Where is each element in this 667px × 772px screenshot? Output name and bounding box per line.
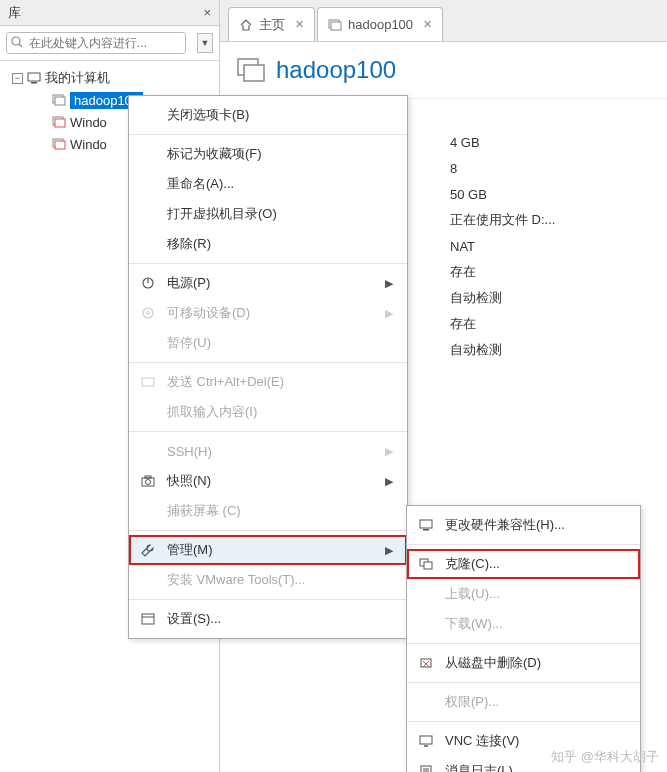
vnc-icon xyxy=(417,735,435,747)
svg-rect-11 xyxy=(331,22,341,30)
detail-exists: 存在 xyxy=(450,259,667,285)
log-icon xyxy=(417,765,435,772)
chevron-right-icon: ▶ xyxy=(385,544,393,557)
menu-send-cad: 发送 Ctrl+Alt+Del(E) xyxy=(129,367,407,397)
menu-snapshot[interactable]: 快照(N)▶ xyxy=(129,466,407,496)
svg-rect-28 xyxy=(421,659,431,667)
detail-autodetect: 自动检测 xyxy=(450,337,667,363)
menu-grab-input: 抓取输入内容(I) xyxy=(129,397,407,427)
svg-rect-7 xyxy=(55,119,65,127)
svg-point-16 xyxy=(143,308,153,318)
svg-rect-24 xyxy=(420,520,432,528)
tab-vm[interactable]: hadoop100 ✕ xyxy=(317,7,443,41)
close-icon[interactable]: × xyxy=(203,5,211,20)
svg-rect-25 xyxy=(423,529,429,531)
submenu-hw-compat[interactable]: 更改硬件兼容性(H)... xyxy=(407,510,640,540)
detail-network: NAT xyxy=(450,233,667,259)
menu-rename[interactable]: 重命名(A)... xyxy=(129,169,407,199)
disc-icon xyxy=(139,306,157,320)
wrench-icon xyxy=(139,543,157,557)
vm-title: hadoop100 xyxy=(276,56,396,84)
home-icon xyxy=(239,18,253,32)
search-icon xyxy=(11,36,23,48)
vm-icon xyxy=(52,115,66,129)
svg-line-1 xyxy=(19,44,22,47)
tab-home[interactable]: 主页 ✕ xyxy=(228,7,315,41)
delete-icon xyxy=(417,657,435,669)
svg-rect-31 xyxy=(420,736,432,744)
menu-removable: 可移动设备(D)▶ xyxy=(129,298,407,328)
detail-memory: 4 GB xyxy=(450,129,667,155)
vm-icon xyxy=(328,19,342,31)
detail-disk: 50 GB xyxy=(450,181,667,207)
sidebar-title: 库 xyxy=(8,4,21,22)
computer-icon xyxy=(27,71,41,85)
menu-manage[interactable]: 管理(M)▶ xyxy=(129,535,407,565)
vm-context-menu: 关闭选项卡(B) 标记为收藏项(F) 重命名(A)... 打开虚拟机目录(O) … xyxy=(128,95,408,639)
svg-rect-21 xyxy=(145,476,151,478)
hardware-icon xyxy=(417,519,435,531)
detail-autodetect: 自动检测 xyxy=(450,285,667,311)
submenu-delete-disk[interactable]: 从磁盘中删除(D) xyxy=(407,648,640,678)
vm-icon xyxy=(52,137,66,151)
search-row: ▼ xyxy=(0,26,219,61)
menu-remove[interactable]: 移除(R) xyxy=(129,229,407,259)
menu-open-dir[interactable]: 打开虚拟机目录(O) xyxy=(129,199,407,229)
svg-rect-22 xyxy=(142,614,154,624)
svg-point-17 xyxy=(147,312,150,315)
detail-using-file: 正在使用文件 D:... xyxy=(450,207,667,233)
submenu-upload: 上载(U)... xyxy=(407,579,640,609)
watermark: 知乎 @华科大胡子 xyxy=(551,748,659,766)
tree-root-label: 我的计算机 xyxy=(45,69,110,87)
tab-vm-label: hadoop100 xyxy=(348,17,413,32)
submenu-clone[interactable]: 克隆(C)... xyxy=(407,549,640,579)
vm-title-bar: hadoop100 xyxy=(220,42,667,99)
close-icon[interactable]: ✕ xyxy=(295,18,304,31)
svg-rect-3 xyxy=(31,82,37,84)
menu-settings[interactable]: 设置(S)... xyxy=(129,604,407,634)
tree-root[interactable]: − 我的计算机 xyxy=(4,67,215,89)
svg-rect-13 xyxy=(244,65,264,81)
chevron-right-icon: ▶ xyxy=(385,475,393,488)
manage-submenu: 更改硬件兼容性(H)... 克隆(C)... 上载(U)... 下载(W)...… xyxy=(406,505,641,772)
close-icon[interactable]: ✕ xyxy=(423,18,432,31)
svg-rect-5 xyxy=(55,97,65,105)
search-input[interactable] xyxy=(6,32,186,54)
menu-close-tab[interactable]: 关闭选项卡(B) xyxy=(129,100,407,130)
svg-rect-2 xyxy=(28,73,40,81)
tab-bar: 主页 ✕ hadoop100 ✕ xyxy=(220,0,667,42)
menu-ssh: SSH(H)▶ xyxy=(129,436,407,466)
menu-install-tools: 安装 VMware Tools(T)... xyxy=(129,565,407,595)
detail-cpu: 8 xyxy=(450,155,667,181)
settings-icon xyxy=(139,613,157,625)
keyboard-icon xyxy=(139,377,157,387)
sidebar-header: 库 × xyxy=(0,0,219,26)
chevron-right-icon: ▶ xyxy=(385,445,393,458)
detail-exists: 存在 xyxy=(450,311,667,337)
svg-rect-18 xyxy=(142,378,154,386)
vm-icon xyxy=(236,57,266,83)
tree-item-label: Windo xyxy=(70,115,107,130)
vm-icon xyxy=(52,93,66,107)
svg-rect-9 xyxy=(55,141,65,149)
svg-point-20 xyxy=(146,480,151,485)
chevron-right-icon: ▶ xyxy=(385,307,393,320)
clone-icon xyxy=(417,558,435,570)
snapshot-icon xyxy=(139,475,157,487)
tab-home-label: 主页 xyxy=(259,16,285,34)
collapse-icon[interactable]: − xyxy=(12,73,23,84)
menu-power[interactable]: 电源(P)▶ xyxy=(129,268,407,298)
menu-favorite[interactable]: 标记为收藏项(F) xyxy=(129,139,407,169)
tree-item-label: Windo xyxy=(70,137,107,152)
chevron-right-icon: ▶ xyxy=(385,277,393,290)
menu-capture: 捕获屏幕 (C) xyxy=(129,496,407,526)
menu-pause: 暂停(U) xyxy=(129,328,407,358)
submenu-download: 下载(W)... xyxy=(407,609,640,639)
power-icon xyxy=(139,276,157,290)
svg-rect-27 xyxy=(424,562,432,569)
submenu-permissions: 权限(P)... xyxy=(407,687,640,717)
search-dropdown-button[interactable]: ▼ xyxy=(197,33,213,53)
svg-point-0 xyxy=(12,37,20,45)
